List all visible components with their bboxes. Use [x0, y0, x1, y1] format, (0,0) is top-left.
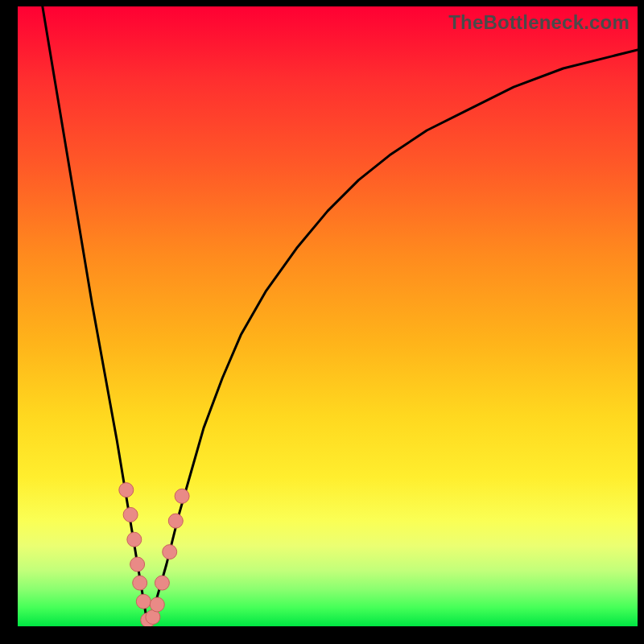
data-marker	[127, 532, 142, 547]
data-marker	[150, 597, 164, 612]
chart-svg	[18, 6, 638, 626]
data-marker	[130, 557, 145, 572]
data-marker	[155, 576, 169, 590]
chart-frame: TheBottleneck.com	[0, 0, 644, 644]
data-marker	[119, 483, 134, 497]
data-marker	[168, 514, 183, 528]
data-marker	[175, 489, 189, 503]
data-marker	[163, 545, 177, 559]
data-marker	[123, 507, 138, 522]
chart-plot-area: TheBottleneck.com	[18, 6, 638, 626]
data-marker	[133, 576, 147, 590]
data-marker	[136, 594, 151, 609]
